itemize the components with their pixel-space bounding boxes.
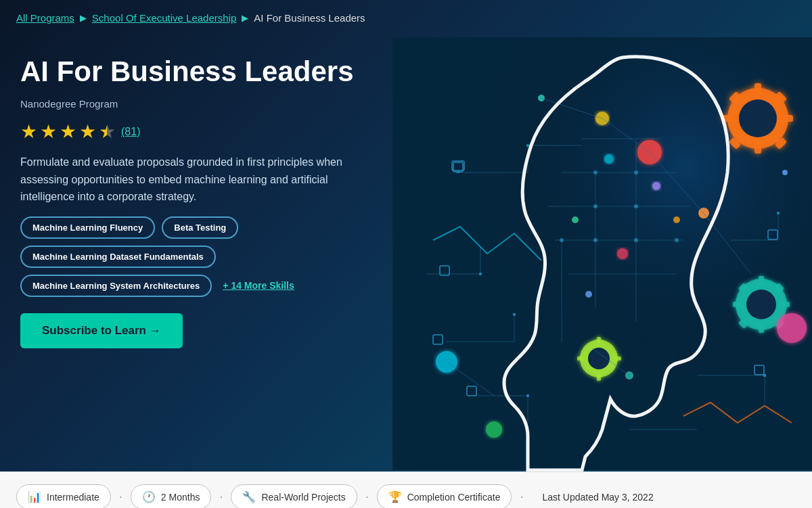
svg-rect-43 bbox=[759, 276, 764, 284]
breadcrumb-all-programs[interactable]: All Programs bbox=[16, 12, 74, 24]
breadcrumb-arrow-2: ▶ bbox=[242, 13, 248, 23]
svg-point-65 bbox=[782, 170, 788, 175]
projects-label: Real-World Projects bbox=[261, 492, 345, 503]
svg-rect-53 bbox=[597, 337, 601, 343]
hero-left: AI For Business Leaders Nanodegree Progr… bbox=[0, 36, 392, 471]
svg-rect-54 bbox=[597, 375, 601, 381]
skill-tag-2[interactable]: Machine Learning Dataset Fundamentals bbox=[20, 246, 216, 268]
svg-point-88 bbox=[604, 154, 614, 164]
svg-rect-18 bbox=[513, 313, 516, 316]
clock-icon: 🕐 bbox=[142, 490, 156, 503]
info-badge-level: 📊 Intermediate bbox=[16, 484, 111, 508]
svg-point-42 bbox=[746, 290, 776, 319]
hero-section: All Programs ▶ School Of Executive Leade… bbox=[0, 0, 812, 471]
svg-rect-21 bbox=[526, 394, 529, 397]
subscribe-button[interactable]: Subscribe to Learn → bbox=[20, 313, 183, 348]
svg-rect-19 bbox=[777, 212, 780, 214]
info-badge-projects: 🔧 Real-World Projects bbox=[231, 484, 357, 508]
svg-point-83 bbox=[634, 204, 638, 208]
svg-point-85 bbox=[634, 238, 638, 242]
svg-point-82 bbox=[593, 204, 597, 208]
svg-point-58 bbox=[777, 313, 807, 343]
svg-point-81 bbox=[634, 170, 638, 175]
svg-point-93 bbox=[585, 291, 592, 298]
svg-rect-33 bbox=[754, 83, 761, 94]
program-type: Nanodegree Program bbox=[20, 98, 372, 110]
svg-rect-55 bbox=[577, 356, 583, 361]
skill-tag-0[interactable]: Machine Learning Fluency bbox=[20, 216, 155, 239]
level-label: Intermediate bbox=[47, 492, 99, 503]
skills-section: Machine Learning Fluency Beta Testing Ma… bbox=[20, 216, 372, 297]
info-badge-duration: 🕐 2 Months bbox=[131, 484, 212, 508]
info-badge-certificate: 🏆 Completion Certificate bbox=[377, 484, 512, 508]
svg-point-61 bbox=[486, 421, 502, 438]
rating-row: ★ ★ ★ ★ ★ (81) bbox=[20, 120, 372, 143]
svg-point-89 bbox=[652, 182, 660, 190]
separator-1: · bbox=[119, 490, 122, 504]
info-bar: 📊 Intermediate · 🕐 2 Months · 🔧 Real-Wor… bbox=[0, 471, 812, 508]
svg-rect-17 bbox=[479, 273, 482, 275]
more-skills-link[interactable]: + 14 More Skills bbox=[220, 275, 296, 296]
rating-count[interactable]: (81) bbox=[121, 126, 140, 138]
svg-rect-16 bbox=[526, 144, 529, 147]
duration-label: 2 Months bbox=[161, 492, 200, 503]
svg-point-87 bbox=[675, 238, 679, 242]
certificate-label: Completion Certificate bbox=[407, 492, 501, 503]
star-3: ★ bbox=[60, 120, 76, 143]
svg-point-32 bbox=[739, 99, 777, 137]
svg-rect-36 bbox=[782, 115, 793, 122]
svg-rect-34 bbox=[754, 143, 761, 154]
separator-2: · bbox=[219, 490, 223, 504]
program-description: Formulate and evaluate proposals grounde… bbox=[20, 154, 372, 206]
last-updated: Last Updated May 3, 2022 bbox=[531, 486, 664, 508]
brain-illustration bbox=[392, 36, 812, 471]
skill-tag-3[interactable]: Machine Learning System Architectures bbox=[20, 275, 212, 297]
svg-rect-56 bbox=[615, 356, 621, 361]
star-5-half: ★ bbox=[99, 120, 116, 143]
svg-point-90 bbox=[572, 216, 579, 223]
breadcrumb: All Programs ▶ School Of Executive Leade… bbox=[0, 0, 812, 36]
svg-rect-45 bbox=[733, 302, 741, 307]
breadcrumb-arrow-1: ▶ bbox=[80, 13, 87, 23]
breadcrumb-current: AI For Business Leaders bbox=[254, 12, 365, 24]
bar-chart-icon: 📊 bbox=[28, 490, 41, 503]
separator-4: · bbox=[520, 490, 523, 504]
tools-icon: 🔧 bbox=[242, 490, 256, 503]
svg-rect-44 bbox=[759, 325, 764, 333]
star-1: ★ bbox=[20, 120, 37, 143]
hero-content: AI For Business Leaders Nanodegree Progr… bbox=[0, 36, 812, 471]
svg-rect-46 bbox=[782, 302, 790, 307]
svg-point-91 bbox=[673, 216, 680, 223]
certificate-icon: 🏆 bbox=[388, 490, 402, 503]
breadcrumb-school[interactable]: School Of Executive Leadership bbox=[92, 12, 236, 24]
svg-point-92 bbox=[617, 248, 628, 259]
star-2: ★ bbox=[40, 120, 57, 143]
svg-point-84 bbox=[593, 238, 597, 242]
separator-3: · bbox=[365, 490, 369, 504]
star-4: ★ bbox=[79, 120, 96, 143]
svg-point-86 bbox=[560, 238, 564, 242]
hero-right bbox=[392, 36, 812, 471]
skill-tag-1[interactable]: Beta Testing bbox=[162, 216, 238, 239]
page-title: AI For Business Leaders bbox=[20, 56, 372, 87]
svg-point-80 bbox=[593, 170, 597, 175]
